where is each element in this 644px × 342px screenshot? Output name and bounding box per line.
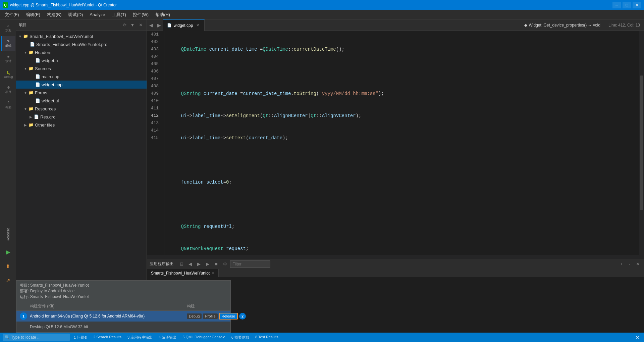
line-num-411: 411 [147, 105, 159, 112]
line-num-409: 409 [147, 90, 159, 97]
tree-item-root[interactable]: ▼ 📁 Smarts_Fishbowl_HuaWeiYunIot [16, 32, 147, 40]
kit-row-1[interactable]: 1 Android for arm64-v8a (Clang Qt 5.12.6… [16, 311, 230, 322]
h-file-icon: 📄 [35, 58, 40, 63]
output-tabs-bar: Smarts_Fishbowl_HuaWeiYunIot ✕ [147, 269, 644, 277]
menu-tools[interactable]: 工具(T) [109, 10, 130, 19]
output-btn-stop[interactable]: ■ [213, 260, 220, 268]
menu-widgets[interactable]: 控件(W) [129, 10, 152, 19]
tree-item-main-cpp[interactable]: 📄 main.cpp [16, 72, 147, 81]
tab-nav-left[interactable]: ◀ [147, 19, 155, 31]
status-tab-issues[interactable]: 1 问题⊗ [71, 334, 90, 341]
kit-header-kit: 构建套件 (Kit) [20, 303, 187, 309]
kit-project-info: 项目: Smarts_Fishbowl_HuaWeiYunIot [20, 283, 227, 288]
horizontal-scrollbar[interactable] [147, 255, 644, 259]
menu-bar: 文件(F) 编辑(E) 构建(B) 调试(D) Analyze 工具(T) 控件… [0, 10, 644, 19]
tree-item-widget-ui[interactable]: 📄 widget.ui [16, 97, 147, 105]
output-tab-close[interactable]: ✕ [212, 271, 214, 275]
menu-help[interactable]: 帮助(H) [152, 10, 173, 19]
output-btn-next[interactable]: ▶ [195, 260, 203, 268]
menu-debug[interactable]: 调试(D) [65, 10, 86, 19]
design-icon: ◈ [7, 55, 10, 58]
status-tab-search[interactable]: 2 Search Results [91, 334, 124, 341]
build-run-button[interactable]: ⬆ [2, 260, 14, 272]
chevron-down-icon: ▼ [23, 90, 28, 95]
code-area[interactable]: 401 402 403 404 405 406 407 408 409 410 … [147, 31, 644, 255]
search-bar[interactable]: 🔍 [3, 334, 70, 341]
status-tab-compile[interactable]: 4 编译输出 [156, 334, 179, 341]
headers-folder-icon: 📁 [28, 50, 34, 55]
menu-analyze[interactable]: Analyze [86, 11, 108, 18]
build-release-btn[interactable]: Release [219, 313, 238, 320]
code-content[interactable]: QDateTime current_date_time =QDateTime::… [164, 31, 639, 255]
sidebar-project[interactable]: ⚙ 项目 [1, 83, 15, 97]
ui-file-icon: 📄 [35, 98, 40, 103]
status-tab-output[interactable]: 3 应用程序输出 [125, 334, 155, 341]
tree-item-widget-h[interactable]: 📄 widget.h [16, 56, 147, 64]
menu-edit[interactable]: 编辑(E) [22, 10, 44, 19]
tree-item-other-files[interactable]: ▶ 📁 Other files [16, 121, 147, 129]
filter-input[interactable] [230, 260, 270, 268]
locate-input[interactable] [11, 335, 58, 340]
kit-run-info: 运行: Smarts_Fishbowl_HuaWeiYunIot [20, 294, 227, 300]
sidebar-debug[interactable]: 🐛 Debug [1, 67, 15, 82]
output-minimize[interactable]: - [626, 260, 633, 268]
tree-item-headers[interactable]: ▼ 📁 Headers [16, 48, 147, 56]
build-profile-btn[interactable]: Profile [203, 313, 217, 319]
deploy-button[interactable]: ↗ [2, 274, 14, 286]
output-btn-settings[interactable]: ⚙ [221, 260, 229, 268]
tree-item-widget-cpp[interactable]: 📄 widget.cpp [16, 81, 147, 89]
maximize-button[interactable]: □ [623, 2, 631, 8]
tab-nav-right[interactable]: ▶ [155, 19, 163, 31]
status-tab-summary[interactable]: 6 概要信息 [229, 334, 252, 341]
output-tab-main[interactable]: Smarts_Fishbowl_HuaWeiYunIot ✕ [147, 269, 219, 277]
output-close[interactable]: ✕ [634, 260, 641, 268]
sidebar-help[interactable]: ? 帮助 [1, 98, 15, 113]
run-button[interactable]: ▶ [2, 246, 14, 258]
tab-widget-cpp[interactable]: 📄 widget.cpp ✕ [163, 19, 205, 31]
output-maximize[interactable]: + [618, 260, 625, 268]
tab-close-button[interactable]: ✕ [195, 23, 200, 28]
code-line-406 [170, 156, 639, 164]
project-root-label: Smarts_Fishbowl_HuaWeiYunIot [30, 34, 93, 39]
pro-file-icon: 📄 [30, 42, 35, 47]
output-btn-dock[interactable]: ⊟ [178, 260, 185, 268]
code-line-409: QString requestUrl; [170, 223, 639, 230]
tree-item-forms[interactable]: ▼ 📁 Forms [16, 89, 147, 97]
tree-item-resources[interactable]: ▼ 📁 Resources [16, 105, 147, 113]
tree-item-res-qrc[interactable]: ▶ 📄 Res.qrc [16, 113, 147, 121]
sidebar-edit[interactable]: ✎ 编辑 [1, 36, 15, 51]
function-selector[interactable]: ◆ Widget::Get_device_properties() → void [520, 23, 604, 28]
line-num-413: 413 [147, 119, 159, 127]
filter-button[interactable]: ▼ [129, 22, 136, 29]
menu-file[interactable]: 文件(F) [1, 10, 22, 19]
status-tab-test[interactable]: 8 Test Results [253, 334, 281, 341]
build-debug-btn[interactable]: Debug [187, 313, 202, 319]
minimize-button[interactable]: ─ [612, 2, 621, 8]
scrollbar-thumb [640, 76, 643, 210]
mini-scrollbar[interactable] [639, 31, 644, 255]
window-title: widget.cpp @ Smarts_Fishbowl_HuaWeiYunIo… [10, 3, 612, 7]
tree-item-sources[interactable]: ▼ 📁 Sources [16, 64, 147, 72]
sync-button[interactable]: ⟳ [121, 22, 128, 29]
kit-name-2: Desktop Qt 5.12.6 MinGW 32-bit [30, 325, 187, 329]
qrc-file-icon: 📄 [34, 114, 39, 119]
code-line-403: QString current_date =current_date_time.… [170, 90, 639, 97]
status-close-btn[interactable]: ✕ [633, 334, 641, 341]
help-icon: ? [7, 101, 9, 105]
menu-build[interactable]: 构建(B) [44, 10, 65, 19]
sources-folder-icon: 📁 [28, 66, 34, 71]
output-btn-run[interactable]: ▶ [204, 260, 211, 268]
output-btn-prev[interactable]: ◀ [186, 260, 194, 268]
tree-item-pro[interactable]: 📄 Smarts_Fishbowl_HuaWeiYunIot.pro [16, 40, 147, 48]
sidebar-design[interactable]: ◈ 设计 [1, 52, 15, 66]
close-button[interactable]: ✕ [633, 2, 641, 8]
status-tab-qml[interactable]: 5 QML Debugger Console [180, 334, 228, 341]
code-line-410: QNetworkRequest request; [170, 245, 639, 252]
code-line-407: function_select=0; [170, 179, 639, 186]
close-panel-button[interactable]: ✕ [137, 22, 144, 29]
line-col-indicator: Line: 412, Col: 13 [604, 23, 644, 28]
chevron-right-icon: ▶ [23, 122, 28, 128]
kit-row-2[interactable]: Desktop Qt 5.12.6 MinGW 32-bit [16, 322, 230, 332]
sidebar-welcome[interactable]: ⌂ 欢迎 [1, 21, 15, 36]
kit-num-1: 1 [20, 312, 27, 320]
